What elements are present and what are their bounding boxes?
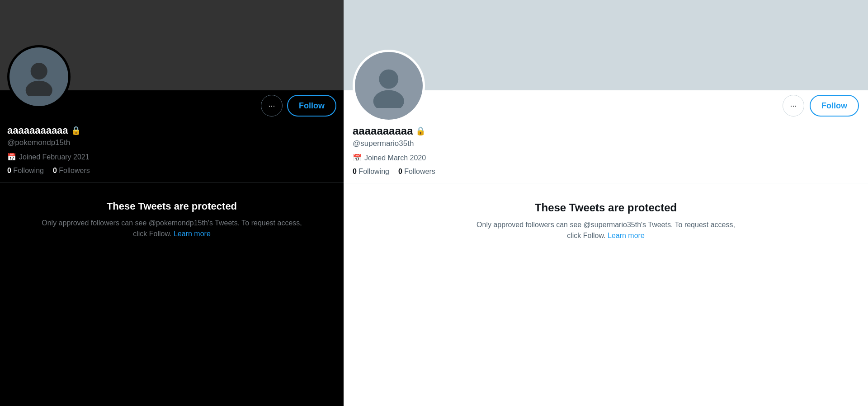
right-username: @supermario35th	[353, 139, 859, 148]
left-follow-button[interactable]: Follow	[287, 95, 336, 117]
right-calendar-icon: 📅	[353, 154, 362, 162]
left-protected-desc-2: click Follow.	[133, 230, 171, 238]
right-following-label: Following	[359, 168, 389, 175]
left-calendar-icon: 📅	[7, 153, 16, 161]
left-protected-section: These Tweets are protected Only approved…	[0, 182, 344, 257]
left-followers-stat[interactable]: 0 Followers	[53, 167, 90, 175]
left-learn-more-link[interactable]: Learn more	[174, 230, 211, 238]
left-following-stat[interactable]: 0 Following	[7, 167, 44, 175]
right-lock-icon: 🔒	[415, 126, 425, 136]
right-stats: 0 Following 0 Followers	[353, 168, 859, 176]
right-avatar	[353, 50, 425, 122]
left-action-buttons: ··· Follow	[261, 95, 336, 117]
right-follow-button[interactable]: Follow	[810, 95, 859, 117]
right-protected-section: These Tweets are protected Only approved…	[344, 183, 868, 259]
left-protected-desc: Only approved followers can see @pokemon…	[7, 218, 336, 239]
left-following-count: 0	[7, 167, 11, 174]
left-display-name: aaaaaaaaaaa 🔒	[7, 125, 336, 136]
right-more-button[interactable]: ···	[783, 95, 804, 117]
left-lock-icon: 🔒	[71, 126, 81, 135]
svg-point-0	[30, 63, 47, 79]
right-protected-title: These Tweets are protected	[353, 201, 859, 214]
right-profile-panel: ··· Follow aaaaaaaaaa 🔒 @supermario35th …	[344, 0, 868, 406]
right-name-text: aaaaaaaaaa	[353, 125, 413, 137]
left-protected-desc-1: Only approved followers can see @pokemon…	[42, 219, 302, 227]
left-followers-count: 0	[53, 167, 57, 174]
right-following-count: 0	[353, 168, 357, 175]
right-followers-stat[interactable]: 0 Followers	[398, 168, 435, 176]
right-action-buttons: ··· Follow	[783, 95, 859, 117]
right-following-stat[interactable]: 0 Following	[353, 168, 389, 176]
left-followers-label: Followers	[59, 167, 90, 174]
left-more-button[interactable]: ···	[261, 95, 283, 117]
svg-point-3	[373, 90, 404, 108]
left-following-label: Following	[13, 167, 44, 174]
left-profile-info: aaaaaaaaaaa 🔒 @pokemondp15th 📅 Joined Fe…	[0, 117, 344, 175]
left-avatar-icon	[20, 58, 58, 96]
left-joined: 📅 Joined February 2021	[7, 153, 336, 161]
left-name-text: aaaaaaaaaaa	[7, 125, 68, 136]
right-followers-label: Followers	[404, 168, 435, 175]
left-joined-text: Joined February 2021	[19, 153, 90, 161]
right-learn-more-link[interactable]: Learn more	[608, 232, 645, 239]
right-followers-count: 0	[398, 168, 402, 175]
right-protected-desc-2: click Follow.	[567, 232, 605, 239]
right-protected-desc-1: Only approved followers can see @superma…	[476, 221, 735, 229]
left-protected-title: These Tweets are protected	[7, 201, 336, 212]
svg-point-1	[25, 80, 52, 96]
right-joined-text: Joined March 2020	[364, 154, 426, 162]
right-protected-desc: Only approved followers can see @superma…	[353, 219, 859, 241]
svg-point-2	[379, 70, 399, 89]
right-avatar-icon	[367, 64, 411, 108]
left-username: @pokemondp15th	[7, 138, 336, 147]
left-stats: 0 Following 0 Followers	[7, 167, 336, 175]
right-profile-info: aaaaaaaaaa 🔒 @supermario35th 📅 Joined Ma…	[344, 117, 868, 176]
right-joined: 📅 Joined March 2020	[353, 154, 859, 162]
left-avatar	[7, 45, 71, 108]
left-profile-panel: ··· Follow aaaaaaaaaaa 🔒 @pokemondp15th …	[0, 0, 344, 406]
right-display-name: aaaaaaaaaa 🔒	[353, 125, 859, 137]
